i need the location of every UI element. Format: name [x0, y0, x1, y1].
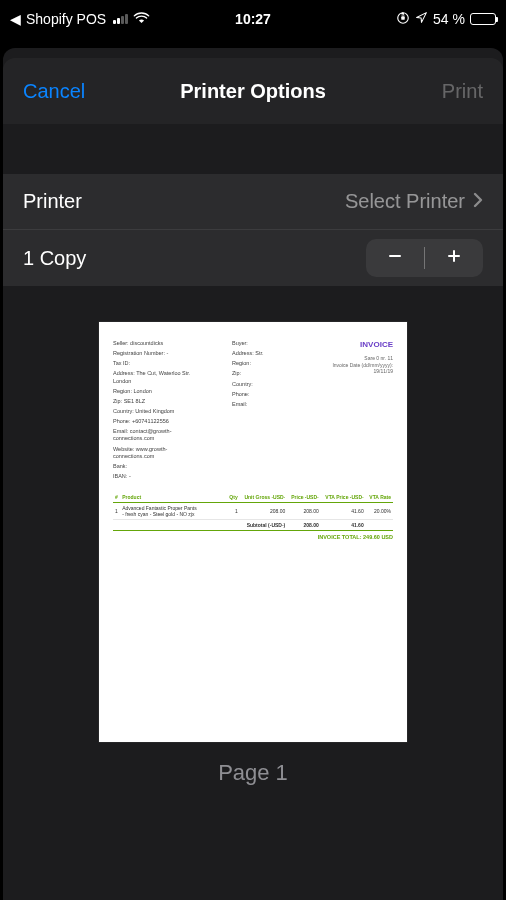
page-title: Printer Options: [180, 80, 326, 103]
preview-area: Seller: discountdicks Registration Numbe…: [3, 286, 503, 900]
printer-row[interactable]: Printer Select Printer: [3, 174, 503, 230]
status-time: 10:27: [190, 11, 316, 27]
copies-row: 1 Copy: [3, 230, 503, 286]
decrement-button[interactable]: [366, 239, 424, 277]
battery-icon: [470, 13, 496, 25]
inv-seller: Seller: discountdicks: [113, 340, 225, 347]
svg-rect-2: [389, 255, 401, 257]
location-icon: [415, 11, 428, 27]
cancel-button[interactable]: Cancel: [23, 80, 85, 103]
orientation-lock-icon: [396, 11, 410, 28]
wifi-icon: [133, 11, 150, 27]
minus-icon: [386, 245, 404, 271]
printer-label: Printer: [23, 190, 82, 213]
th-num: #: [113, 492, 120, 503]
inv-bzip: Zip:: [232, 370, 302, 377]
status-left: ◀ Shopify POS: [10, 11, 190, 27]
th-qty: Qty: [227, 492, 240, 503]
inv-bemail: Email:: [232, 401, 302, 408]
th-unit: Unit Gross -USD-: [240, 492, 288, 503]
increment-button[interactable]: [425, 239, 483, 277]
sheet-handle-area[interactable]: [3, 48, 503, 58]
inv-email: Email: contact@growth- connections.com: [113, 428, 225, 442]
inv-baddr: Address: Str.: [232, 350, 302, 357]
inv-zip: Zip: SE1 8LZ: [113, 398, 225, 405]
print-sheet: Cancel Printer Options Print Printer Sel…: [3, 48, 503, 900]
inv-bank: Bank:: [113, 463, 225, 470]
invoice-table: # Product Qty Unit Gross -USD- Price -US…: [113, 492, 393, 531]
printer-value: Select Printer: [345, 190, 465, 213]
subtotal-row: Subtotal (-USD-) 208.00 41.60: [113, 520, 393, 531]
status-right: 54 %: [316, 11, 496, 28]
svg-rect-4: [453, 250, 455, 262]
print-button: Print: [442, 80, 483, 103]
inv-region: Region: London: [113, 388, 225, 395]
inv-bregion: Region:: [232, 360, 302, 367]
inv-bphone: Phone:: [232, 391, 302, 398]
th-vta: VTA Price -USD-: [321, 492, 366, 503]
nav-bar: Cancel Printer Options Print: [3, 58, 503, 124]
inv-iban: IBAN: -: [113, 473, 225, 480]
cellular-signal-icon: [113, 14, 128, 24]
invoice-subtitle: Sare 0 nr. 11 Invoice Date (dd/mm/yyyy):…: [309, 355, 393, 375]
battery-percent: 54 %: [433, 11, 465, 27]
svg-rect-1: [401, 16, 405, 20]
inv-web: Website: www.growth- connections.com: [113, 446, 225, 460]
chevron-right-icon: [473, 190, 483, 213]
th-prod: Product: [120, 492, 226, 503]
return-to-app[interactable]: Shopify POS: [26, 11, 106, 27]
invoice-total: INVOICE TOTAL: 249.60 USD: [113, 534, 393, 540]
options-list: Printer Select Printer 1 Copy: [3, 174, 503, 286]
copies-stepper: [366, 239, 483, 277]
inv-tax: Tax ID:: [113, 360, 225, 367]
inv-country: Country: United Kingdom: [113, 408, 225, 415]
print-preview-page[interactable]: Seller: discountdicks Registration Numbe…: [99, 322, 407, 742]
inv-buyer: Buyer:: [232, 340, 302, 347]
inv-phone: Phone: +60741122556: [113, 418, 225, 425]
plus-icon: [445, 245, 463, 271]
th-price: Price -USD-: [287, 492, 320, 503]
status-bar: ◀ Shopify POS 10:27 54 %: [0, 0, 506, 38]
back-caret-icon[interactable]: ◀: [10, 11, 21, 27]
copies-label: 1 Copy: [23, 247, 86, 270]
section-spacer: [3, 124, 503, 174]
th-rate: VTA Rate: [366, 492, 393, 503]
page-number-label: Page 1: [218, 760, 288, 786]
inv-bcountry: Country:: [232, 381, 302, 388]
invoice-title: INVOICE: [309, 340, 393, 350]
inv-addr: Address: The Cut, Waterloo Str. London: [113, 370, 225, 384]
inv-reg: Registration Number: -: [113, 350, 225, 357]
table-row: 1 Advanced Fantastic Proper Pants - fres…: [113, 503, 393, 520]
